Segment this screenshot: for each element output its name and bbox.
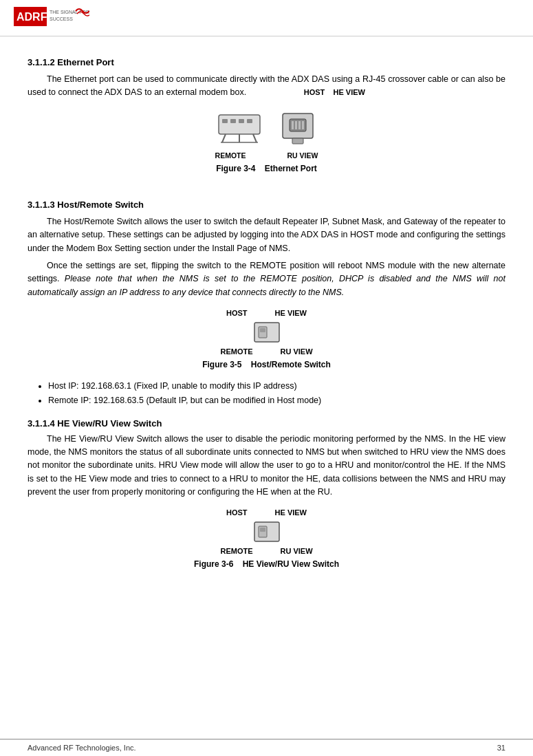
fig35-switch-icon — [28, 321, 505, 343]
svg-text:SUCCESS: SUCCESS — [50, 17, 73, 21]
page-footer: Advanced RF Technologies, Inc. 31 — [0, 739, 533, 756]
logo-area: ADRF THE SIGNAL FOR SUCCESS — [14, 6, 89, 30]
svg-line-11 — [253, 134, 257, 142]
section-3113: 3.1.1.3 Host/Remote Switch The Host/Remo… — [28, 199, 505, 570]
figure-3-4-area: REMOTE RU VIEW Figure 3-4 Ethernet Port — [28, 109, 505, 173]
figure-3-5-caption: Figure 3-5 Host/Remote Switch — [28, 360, 505, 369]
svg-rect-5 — [222, 119, 228, 123]
fig35-remote-ru-labels: REMOTE RU VIEW — [28, 347, 505, 356]
fig36-remote-ru-labels: REMOTE RU VIEW — [28, 547, 505, 555]
footer-page-number: 31 — [497, 744, 505, 752]
section-3112-para1: The Ethernet port can be used to communi… — [28, 73, 505, 100]
remote-label: REMOTE — [215, 151, 246, 160]
section-3114-heading: 3.1.1.4 HE View/RU View Switch — [28, 418, 505, 429]
fig36-switch-icon — [28, 521, 505, 543]
svg-rect-4 — [219, 115, 260, 134]
svg-line-9 — [222, 134, 226, 142]
ethernet-host-icon — [215, 109, 263, 149]
svg-rect-16 — [295, 121, 297, 129]
footer-company: Advanced RF Technologies, Inc. — [28, 744, 136, 752]
page-header: ADRF THE SIGNAL FOR SUCCESS — [0, 0, 533, 36]
section-3113-heading: 3.1.1.3 Host/Remote Switch — [28, 199, 505, 210]
bullet-2: Remote IP: 192.168.63.5 (Default IP, but… — [48, 393, 505, 408]
fig36-host-he-labels: HOST HE VIEW — [28, 508, 505, 517]
svg-rect-25 — [260, 528, 265, 532]
ru-view-label: RU VIEW — [287, 151, 318, 160]
section-3113-bullets: Host IP: 192.168.63.1 (Fixed IP, unable … — [48, 379, 505, 409]
svg-text:ADRF: ADRF — [17, 11, 47, 23]
figure-3-6-caption: Figure 3-6 HE View/RU View Switch — [28, 559, 505, 569]
svg-rect-18 — [302, 121, 304, 129]
svg-rect-19 — [292, 138, 303, 144]
svg-rect-7 — [239, 119, 244, 123]
section-3112: 3.1.1.2 Ethernet Port The Ethernet port … — [28, 57, 505, 173]
section-3113-para2: Once the settings are set, flipping the … — [28, 259, 505, 299]
svg-rect-15 — [292, 121, 294, 129]
adrf-logo: ADRF THE SIGNAL FOR SUCCESS — [14, 6, 89, 30]
rj45-icon — [277, 109, 318, 149]
section-3112-heading: 3.1.1.2 Ethernet Port — [28, 57, 505, 67]
figure-3-6-area: HOST HE VIEW REMOTE RU VIEW Figure 3-6 H… — [28, 508, 505, 569]
svg-rect-6 — [230, 119, 236, 123]
section-3113-para1: The Host/Remote Switch allows the user t… — [28, 215, 505, 255]
bullet-1: Host IP: 192.168.63.1 (Fixed IP, unable … — [48, 379, 505, 393]
main-content: 3.1.1.2 Ethernet Port The Ethernet port … — [0, 36, 533, 606]
figure-3-5-area: HOST HE VIEW REMOTE RU VIEW Figure 3-5 H… — [28, 309, 505, 369]
svg-rect-8 — [247, 119, 252, 123]
section-3114-para1: The HE View/RU View Switch allows the us… — [28, 433, 505, 499]
fig35-host-he-labels: HOST HE VIEW — [28, 309, 505, 317]
svg-rect-22 — [260, 328, 265, 332]
figure-3-4-caption: Figure 3-4 Ethernet Port — [28, 164, 505, 173]
svg-rect-17 — [298, 121, 301, 129]
